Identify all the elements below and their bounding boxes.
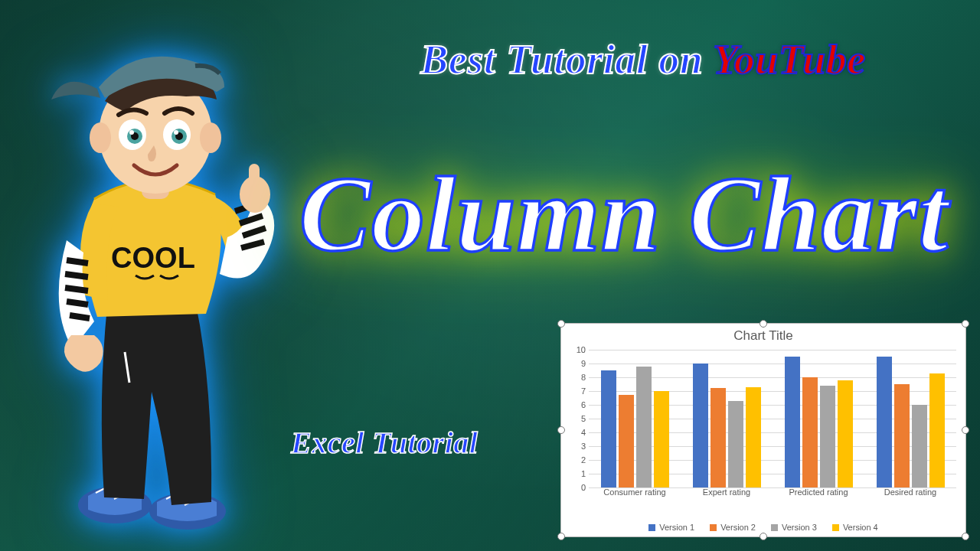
legend-label: Version 3 [782, 523, 817, 532]
chart-bar-group [773, 350, 864, 487]
chart-bar [785, 357, 800, 487]
chart-legend-item: Version 2 [710, 523, 756, 532]
svg-line-5 [65, 288, 88, 291]
svg-line-7 [70, 315, 90, 318]
chart-legend: Version 1Version 2Version 3Version 4 [561, 523, 965, 532]
chart-x-label: Desired rating [864, 487, 956, 500]
chart-bar [912, 405, 927, 487]
chart-y-axis: 012345678910 [567, 350, 586, 487]
chart-bar-group [589, 350, 681, 487]
legend-label: Version 2 [720, 523, 756, 532]
chart-bar [929, 373, 945, 487]
svg-line-6 [67, 302, 88, 305]
chart-legend-item: Version 4 [832, 523, 878, 532]
subtitle: Excel Tutorial [291, 425, 478, 461]
excel-chart-panel: Chart Title 012345678910 Consumer rating… [560, 323, 966, 537]
svg-point-25 [174, 130, 178, 135]
chart-bar [636, 367, 652, 487]
chart-plot-area [589, 350, 956, 487]
legend-label: Version 4 [843, 523, 878, 532]
chart-x-label: Predicted rating [773, 487, 864, 500]
chart-bar [693, 364, 708, 487]
chart-bar-groups [589, 350, 956, 487]
chart-bar [838, 380, 853, 487]
chart-bar [820, 386, 835, 487]
selection-handle [962, 533, 969, 540]
headline: Best Tutorial on YouTube [337, 38, 949, 82]
main-title-glow: Column Chart [291, 161, 957, 268]
chart-bar [710, 388, 726, 487]
legend-swatch [710, 524, 717, 531]
legend-swatch [771, 524, 778, 531]
selection-handle [760, 533, 767, 540]
mascot-character: COOL [34, 31, 287, 536]
legend-label: Version 1 [659, 523, 694, 532]
chart-bar-group [864, 350, 956, 487]
chart-legend-item: Version 3 [771, 523, 817, 532]
chart-bar [619, 395, 634, 487]
thumbnail-stage: COOL [0, 0, 980, 551]
chart-bar [746, 387, 761, 487]
selection-handle [760, 320, 767, 328]
chart-legend-item: Version 1 [648, 523, 694, 532]
chart-bar [601, 370, 616, 487]
svg-line-4 [65, 274, 88, 277]
svg-point-17 [200, 122, 221, 153]
chart-bar [728, 401, 743, 487]
selection-handle [557, 533, 565, 540]
svg-line-3 [67, 260, 88, 263]
chart-bar-group [681, 350, 773, 487]
chart-x-label: Consumer rating [589, 487, 681, 500]
chart-bar [654, 391, 669, 487]
chart-plot: 012345678910 Consumer ratingExpert ratin… [589, 350, 956, 500]
headline-part2: YouTube [713, 37, 866, 83]
chart-bar [802, 377, 818, 487]
selection-handle [962, 320, 969, 328]
headline-part1: Best Tutorial on [420, 37, 713, 83]
svg-point-24 [129, 130, 134, 135]
svg-point-16 [90, 122, 111, 153]
svg-text:COOL: COOL [111, 242, 195, 274]
selection-handle [557, 320, 565, 328]
chart-bar [877, 357, 892, 487]
chart-x-axis: Consumer ratingExpert ratingPredicted ra… [589, 487, 956, 500]
svg-rect-13 [249, 164, 260, 187]
main-title: Column Chart [291, 161, 957, 268]
chart-x-label: Expert rating [681, 487, 773, 500]
legend-swatch [832, 524, 839, 531]
chart-bar [894, 384, 910, 487]
legend-swatch [648, 524, 655, 531]
